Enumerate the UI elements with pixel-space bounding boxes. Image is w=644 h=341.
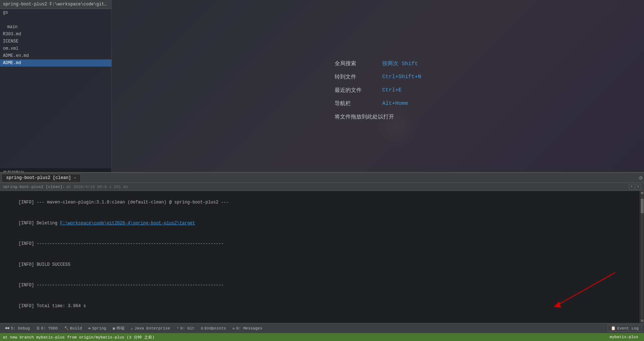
toolbar-build[interactable]: 🔨 Build: [61, 326, 85, 331]
endpoints-icon: ⊡: [201, 326, 203, 331]
panel-tab-clean[interactable]: spring-boot-plus2 [clean] ✕: [1, 174, 81, 182]
spring-icon: ☘: [88, 326, 91, 331]
java-icon: ☕: [131, 326, 133, 331]
status-bar: at new branch mybatis-plus from origin/m…: [0, 333, 644, 341]
hint-navigation: 导航栏 Alt+Home: [335, 100, 421, 107]
editor-hints: 全局搜索 按两次 Shift 转到文件 Ctrl+Shift+N 最近的文件 C…: [320, 53, 436, 127]
scroll-up-icon[interactable]: ⬆: [629, 184, 635, 190]
sidebar-item-license[interactable]: ICENSE: [0, 38, 111, 45]
scrollbar-up-btn[interactable]: ▲: [641, 192, 644, 194]
hint-goto-file-label: 转到文件: [335, 73, 378, 80]
toolbar-java-enterprise[interactable]: ☕ Java Enterprise: [128, 326, 173, 331]
hint-recent-files-shortcut: Ctrl+E: [382, 87, 402, 93]
panel-console-content: [INFO] --- maven-clean-plugin:3.1.0:clea…: [0, 191, 644, 323]
panel-tab-close-icon[interactable]: ✕: [74, 176, 76, 180]
git-icon: ⑂: [177, 326, 179, 330]
toolbar-terminal[interactable]: ▣ 终端: [110, 325, 127, 332]
sidebar-item-readme[interactable]: ADME.md: [0, 59, 111, 67]
sidebar-item-main[interactable]: main: [0, 23, 111, 31]
console-line-3: [INFO] ---------------------------------…: [3, 234, 641, 255]
console-line-4: [INFO] BUILD SUCCESS: [3, 255, 641, 275]
console-path-link[interactable]: F:\workspace\code\git2020-4\spring-boot-…: [60, 221, 195, 226]
hint-goto-file: 转到文件 Ctrl+Shift+N: [335, 73, 421, 80]
hint-navigation-shortcut: Alt+Home: [382, 100, 408, 107]
sidebar-item-2: [0, 16, 111, 23]
panel-run-header: spring-boot-plus2 [clean]: at 2020/4/16 …: [0, 183, 644, 191]
toolbar-git-label: 9: Git: [180, 326, 195, 331]
toolbar-messages-label: 0: Messages: [236, 326, 263, 331]
hint-recent-files-label: 最近的文件: [335, 87, 378, 94]
hint-navigation-label: 导航栏: [335, 100, 378, 107]
event-log-icon: 📋: [611, 326, 616, 331]
hint-global-search-shortcut: 按两次 Shift: [382, 60, 418, 67]
hint-goto-file-shortcut: Ctrl+Shift+N: [382, 74, 421, 80]
branch-name[interactable]: mybatis-plus: [607, 334, 641, 340]
terminal-icon: ▣: [113, 326, 115, 331]
hint-recent-files: 最近的文件 Ctrl+E: [335, 87, 421, 94]
toolbar-debug[interactable]: ■■ 5: Debug: [2, 326, 33, 331]
bottom-panel: spring-boot-plus2 [clean] ✕ ⚙ spring-boo…: [0, 172, 644, 333]
sidebar-title: spring-boot-plus2 F:\workspace\code\git.…: [0, 0, 111, 9]
toolbar-git[interactable]: ⑂ 9: Git: [174, 326, 198, 331]
event-log-label: Event Log: [617, 326, 639, 331]
toolbar-spring[interactable]: ☘ Spring: [85, 326, 109, 331]
debug-icon: ■■: [5, 326, 9, 330]
scrollbar-down-btn[interactable]: ▼: [641, 319, 644, 322]
toolbar-right: 📋 Event Log: [608, 325, 642, 332]
todo-icon: ☰: [36, 326, 40, 331]
messages-icon: ✉: [233, 326, 235, 331]
console-line-6: [INFO] Total time: 3.964 s: [3, 296, 641, 317]
toolbar-endpoints[interactable]: ⊡ Endpoints: [198, 326, 229, 331]
sidebar-item-readme-en[interactable]: ADME.en.md: [0, 52, 111, 59]
panel-tabs: spring-boot-plus2 [clean] ✕ ⚙: [0, 173, 644, 183]
toolbar-debug-label: 5: Debug: [11, 326, 30, 331]
build-icon: 🔨: [64, 326, 69, 331]
toolbar-todo[interactable]: ☰ 6: TODO: [34, 326, 61, 331]
hint-global-search: 全局搜索 按两次 Shift: [335, 60, 421, 67]
hint-drag-drop: 将文件拖放到此处以打开: [335, 113, 421, 120]
sidebar-item-r303[interactable]: R303.md: [0, 31, 111, 38]
sidebar-item-gs[interactable]: gs: [0, 9, 111, 16]
scrollbar-track[interactable]: [641, 195, 644, 319]
sidebar-item-pom[interactable]: om.xml: [0, 45, 111, 52]
event-log-button[interactable]: 📋 Event Log: [608, 325, 642, 332]
hint-global-search-label: 全局搜索: [335, 60, 378, 67]
toolbar-terminal-label: 终端: [116, 326, 124, 331]
scrollbar-thumb[interactable]: [641, 199, 644, 213]
toolbar-messages[interactable]: ✉ 0: Messages: [230, 326, 265, 331]
status-message: at new branch mybatis-plus from origin/m…: [3, 335, 154, 340]
console-line-5: [INFO] ---------------------------------…: [3, 275, 641, 296]
console-line-2: [INFO] Deleting F:\workspace\code\git202…: [3, 213, 641, 234]
toolbar-todo-label: 6: TODO: [41, 326, 58, 331]
hint-drag-label: 将文件拖放到此处以打开: [335, 113, 394, 120]
scroll-down-icon[interactable]: ⬇: [635, 184, 641, 190]
panel-run-label: spring-boot-plus2 [clean]:: [3, 185, 65, 189]
toolbar-java-label: Java Enterprise: [134, 326, 170, 331]
status-bar-right: mybatis-plus: [607, 334, 641, 340]
panel-settings-icon[interactable]: ⚙: [639, 174, 643, 181]
editor-area: 全局搜索 按两次 Shift 转到文件 Ctrl+Shift+N 最近的文件 C…: [112, 0, 644, 180]
panel-tab-label: spring-boot-plus2 [clean]: [6, 175, 71, 180]
toolbar-endpoints-label: Endpoints: [204, 326, 226, 331]
console-line-1: [INFO] --- maven-clean-plugin:3.1.0:clea…: [3, 192, 641, 213]
toolbar-build-label: Build: [70, 326, 82, 331]
sidebar: spring-boot-plus2 F:\workspace\code\git.…: [0, 0, 112, 180]
bottom-toolbar: ■■ 5: Debug ☰ 6: TODO 🔨 Build ☘ Spring ▣…: [0, 323, 644, 333]
panel-run-time: at 2020/4/16 00:6 s 251 ms: [66, 185, 128, 189]
toolbar-spring-label: Spring: [92, 326, 106, 331]
console-line-7: [INFO] Finished at: 2020-04-16T14:27:50+…: [3, 317, 641, 323]
vertical-scrollbar[interactable]: ▲ ▼: [640, 191, 644, 323]
